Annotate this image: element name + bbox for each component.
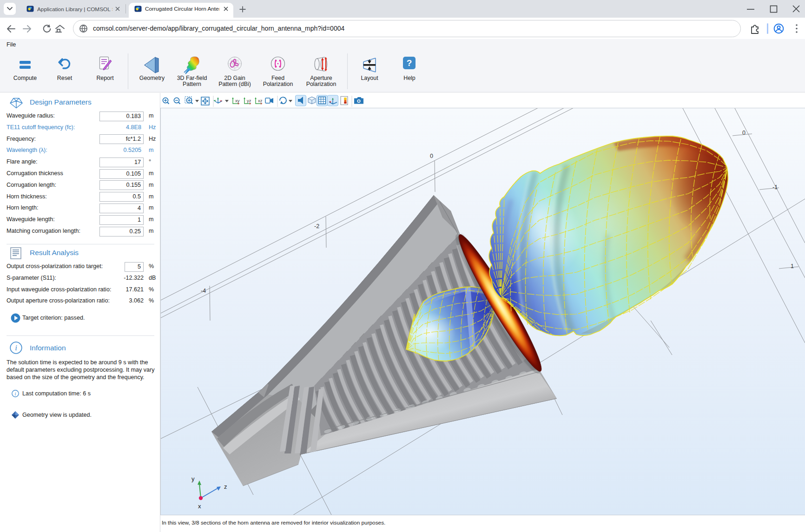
svg-text:xy: xy (235, 98, 240, 103)
svg-text:i: i (15, 343, 17, 352)
svg-text:xz: xz (258, 98, 263, 103)
svg-text:x: x (198, 503, 201, 510)
svg-text:i: i (14, 391, 16, 396)
svg-text:-2: -2 (314, 223, 319, 230)
svg-text:0: 0 (430, 153, 433, 159)
svg-text:z: z (224, 483, 227, 490)
svg-text:0: 0 (742, 130, 746, 136)
svg-text:y: y (191, 475, 195, 482)
svg-text:yz: yz (247, 98, 251, 103)
svg-text:-1: -1 (772, 184, 778, 190)
svg-text:?: ? (407, 58, 412, 68)
svg-text:-4: -4 (201, 288, 206, 294)
svg-text:1: 1 (791, 263, 794, 269)
